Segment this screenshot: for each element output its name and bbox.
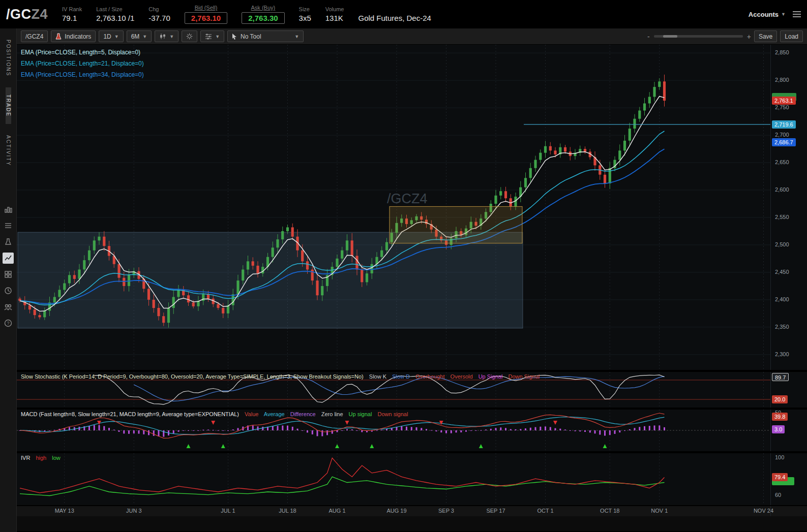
time-axis-label: SEP 17 [486,508,505,514]
time-axis-label: NOV 1 [651,508,668,514]
zoom-out-button[interactable]: - [647,33,650,41]
orders-list-icon[interactable] [3,220,14,231]
ask-label: Ask (Buy) [251,5,276,11]
bottom-filler [17,516,807,531]
zoom-slider[interactable] [654,35,743,38]
chevron-down-icon: ▼ [215,34,220,39]
time-axis-label: AUG 1 [328,508,345,514]
accounts-label: Accounts [749,11,779,18]
analyze-flask-icon[interactable] [3,236,14,247]
flask-icon [55,33,62,40]
bid-button[interactable]: 2,763.10 [185,12,227,24]
gear-icon [186,33,193,40]
zoom-in-button[interactable]: + [747,33,751,41]
time-axis-label: JUL 1 [221,508,235,514]
chevron-down-icon: ▼ [142,34,147,39]
chg-label: Chg [148,6,170,12]
ask-field: Ask (Buy) 2,763.30 [242,5,284,24]
time-axis[interactable]: MAY 13JUN 3JUL 1JUL 18AUG 1AUG 19SEP 3SE… [17,506,807,516]
timeframe-dropdown[interactable]: 1D ▼ [99,30,123,42]
tool-value: No Tool [241,33,261,40]
last-size-field: Last / Size 2,763.10 /1 [96,6,134,22]
last-size-value: 2,763.10 /1 [96,14,134,22]
time-axis-label: JUN 3 [126,508,142,514]
patterns-icon [205,33,212,40]
time-axis-label: OCT 1 [537,508,553,514]
stochastic-plot[interactable]: Slow Stochastic (K Period=14, D Period=9… [17,372,770,408]
time-axis-label: MAY 13 [55,508,74,514]
chevron-down-icon: ▼ [114,34,119,39]
bid-field: Bid (Sell) 2,763.10 [185,5,227,24]
save-button[interactable]: Save [754,30,777,42]
chart-toolbar: /GCZ4 Indicators 1D ▼ 6M ▼ ▼ [17,28,807,45]
trading-app: /GCZ4 IV Rank 79.1 Last / Size 2,763.10 … [0,0,807,532]
grid-tiles-icon[interactable] [3,269,14,280]
time-axis-label: JUL 18 [279,508,296,514]
chart-settings-button[interactable] [182,30,197,42]
zoom-control: - + [647,33,751,41]
price-panel: /GCZ4 EMA (Price=CLOSE, Length=5, Displa… [17,45,807,370]
ivr-panel: IVR high low 1006079.4 [17,453,807,505]
range-dropdown[interactable]: 6M ▼ [127,30,152,42]
iv-rank-value: 79.1 [62,14,82,22]
description-spacer [358,6,431,12]
volume-value: 131K [325,14,344,22]
history-clock-icon[interactable] [3,285,14,296]
contract-description: Gold Futures, Dec-24 [358,14,431,22]
time-axis-label: SEP 3 [438,508,454,514]
sidebar-tab-activity[interactable]: ACTIVITY [6,128,11,173]
svg-text:?: ? [7,321,9,326]
volume-label: Volume [325,6,344,12]
left-sidebar: POSITIONS TRADE ACTIVITY ? [0,28,17,532]
time-axis-label: NOV 24 [754,508,773,514]
cursor-icon [232,33,237,40]
drawing-tool-dropdown[interactable]: No Tool ▼ [227,30,304,42]
accounts-dropdown[interactable]: Accounts ▼ [749,11,786,18]
macd-panel: MACD (Fast length=8, Slow length=21, MAC… [17,410,807,451]
bid-label: Bid (Sell) [195,5,218,11]
chevron-down-icon: ▼ [294,34,299,39]
timeframe-value: 1D [103,33,111,40]
patterns-dropdown[interactable]: ▼ [200,30,224,42]
symbol-month: Z4 [32,7,48,22]
menu-icon[interactable] [793,11,801,17]
help-icon[interactable]: ? [3,318,14,329]
ivr-plot[interactable]: IVR high low [17,453,770,505]
svg-text:/GCZ4: /GCZ4 [387,191,428,206]
volume-field: Volume 131K [325,6,344,22]
macd-plot[interactable]: MACD (Fast length=8, Slow length=21, MAC… [17,410,770,451]
load-button[interactable]: Load [780,30,803,42]
indicators-button[interactable]: Indicators [51,30,96,42]
community-icon[interactable] [3,301,14,312]
description-field: Gold Futures, Dec-24 [358,6,431,22]
stochastic-panel: Slow Stochastic (K Period=14, D Period=9… [17,372,807,408]
size-field: Size 3x5 [299,6,311,22]
ivr-axis[interactable]: 1006079.4 [770,453,807,505]
candlestick-style-icon [159,33,166,40]
symbol-root: /GC [6,7,32,22]
chart-symbol-input[interactable]: /GCZ4 [21,30,48,42]
chart-style-dropdown[interactable]: ▼ [155,30,178,42]
ask-button[interactable]: 2,763.30 [242,12,284,24]
time-axis-label: OCT 18 [600,508,619,514]
chevron-down-icon: ▼ [169,34,174,39]
macd-axis[interactable]: 5039.83.0 [770,410,807,451]
quotes-icon[interactable] [3,204,14,215]
chg-value: -37.70 [148,14,170,22]
size-value: 3x5 [299,14,311,22]
stochastic-axis[interactable]: 89.720.0 [770,372,807,408]
sidebar-tab-trade[interactable]: TRADE [6,87,11,124]
price-chart[interactable]: /GCZ4 EMA (Price=CLOSE, Length=5, Displa… [17,45,770,370]
price-axis[interactable]: 2,8502,8002,7502,7002,6502,6002,5502,500… [770,45,807,370]
indicators-label: Indicators [65,33,91,40]
iv-rank-field: IV Rank 79.1 [62,6,82,22]
range-value: 6M [131,33,140,40]
chg-field: Chg -37.70 [148,6,170,22]
charts-icon[interactable] [3,253,14,264]
sidebar-tab-positions[interactable]: POSITIONS [6,33,11,83]
size-label: Size [299,6,311,12]
quote-header: /GCZ4 IV Rank 79.1 Last / Size 2,763.10 … [0,0,807,28]
symbol-title: /GCZ4 [6,7,48,22]
chevron-down-icon: ▼ [781,12,786,17]
zoom-slider-handle[interactable] [663,35,677,38]
